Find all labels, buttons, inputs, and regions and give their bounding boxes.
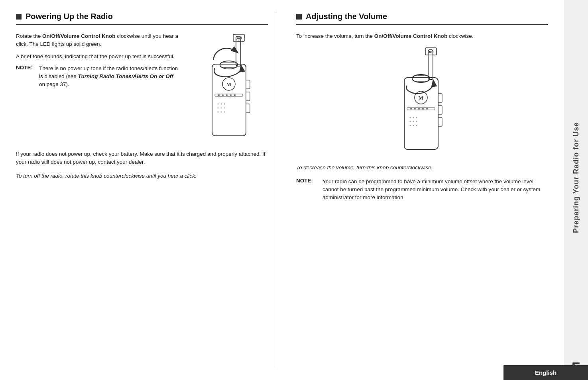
svg-text:M: M [226, 81, 231, 87]
language-bar: English [503, 365, 588, 380]
svg-rect-51 [438, 94, 442, 102]
sidebar-title: Preparing Your Radio for Use [572, 122, 580, 233]
svg-point-40 [422, 108, 424, 110]
svg-point-11 [226, 94, 228, 96]
svg-rect-29 [428, 50, 433, 80]
svg-point-17 [218, 108, 219, 109]
adjust-volume-header: Adjusting the Volume [296, 12, 548, 25]
svg-point-47 [416, 121, 417, 122]
svg-point-15 [221, 104, 222, 105]
svg-point-14 [218, 104, 219, 105]
svg-point-41 [426, 108, 428, 110]
svg-point-37 [410, 108, 412, 110]
svg-point-49 [413, 125, 414, 126]
svg-point-38 [414, 108, 416, 110]
svg-text:UHF: UHF [428, 50, 435, 54]
svg-point-43 [413, 117, 414, 118]
radio-image-right: UHF M [378, 46, 466, 157]
battery-paragraph: If your radio does not power up, check y… [16, 150, 268, 166]
svg-point-22 [224, 112, 225, 113]
volume-intro-paragraph: To increase the volume, turn the On/Off/… [296, 32, 548, 40]
powering-up-header: Powering Up the Radio [16, 12, 268, 25]
svg-rect-25 [246, 104, 250, 113]
section-square-icon-right [296, 14, 302, 20]
radio-illustration-left: UHF M [188, 32, 268, 144]
svg-point-42 [410, 117, 411, 118]
svg-point-50 [416, 125, 417, 126]
svg-point-10 [222, 94, 224, 96]
svg-point-45 [410, 121, 411, 122]
svg-point-16 [224, 104, 225, 105]
svg-rect-1 [236, 36, 241, 66]
svg-rect-28 [404, 78, 438, 149]
radio-illustration-right-wrap: UHF M [296, 46, 548, 157]
svg-point-44 [416, 117, 417, 118]
svg-rect-52 [438, 106, 442, 114]
left-column: Powering Up the Radio Rotate the On/Off/… [16, 12, 276, 368]
radio-image-left: UHF M [190, 32, 266, 144]
note-block-power: NOTE: There is no power up tone if the r… [16, 65, 180, 89]
decrease-volume-note: To decrease the volume, turn this knob c… [296, 164, 548, 172]
main-content: Powering Up the Radio Rotate the On/Off/… [0, 0, 564, 380]
intro-paragraph: Rotate the On/Off/Volume Control Knob cl… [16, 32, 180, 49]
svg-rect-53 [438, 118, 442, 126]
svg-point-19 [224, 108, 225, 109]
svg-point-48 [410, 125, 411, 126]
right-column: Adjusting the Volume To increase the vol… [292, 12, 548, 368]
adjust-volume-title: Adjusting the Volume [306, 12, 387, 21]
svg-point-13 [234, 94, 236, 96]
note-text-power: There is no power up tone if the radio t… [39, 65, 180, 89]
svg-point-39 [418, 108, 420, 110]
sidebar-text-container: Preparing Your Radio for Use [572, 0, 580, 355]
section-square-icon [16, 14, 22, 20]
svg-text:UHF: UHF [236, 37, 242, 40]
svg-text:M: M [419, 95, 423, 101]
language-label: English [535, 369, 557, 376]
tone-paragraph: A brief tone sounds, indicating that the… [16, 53, 180, 61]
svg-rect-33 [412, 76, 430, 81]
powering-up-title: Powering Up the Radio [26, 12, 113, 21]
svg-rect-24 [246, 92, 250, 101]
svg-point-12 [230, 94, 232, 96]
turn-off-paragraph: To turn off the radio, rotate this knob … [16, 172, 268, 180]
svg-point-9 [218, 94, 220, 96]
right-sidebar: Preparing Your Radio for Use 5 English [564, 0, 588, 380]
power-up-content-block: Rotate the On/Off/Volume Control Knob cl… [16, 32, 268, 144]
svg-point-20 [218, 112, 219, 113]
power-up-text: Rotate the On/Off/Volume Control Knob cl… [16, 32, 180, 144]
note-block-volume: NOTE: Your radio can be programmed to ha… [296, 178, 548, 202]
svg-point-18 [221, 108, 222, 109]
svg-point-46 [413, 121, 414, 122]
note-text-volume: Your radio can be programmed to have a m… [323, 178, 548, 202]
svg-rect-23 [246, 80, 250, 89]
svg-rect-5 [220, 62, 238, 68]
svg-point-21 [221, 112, 222, 113]
